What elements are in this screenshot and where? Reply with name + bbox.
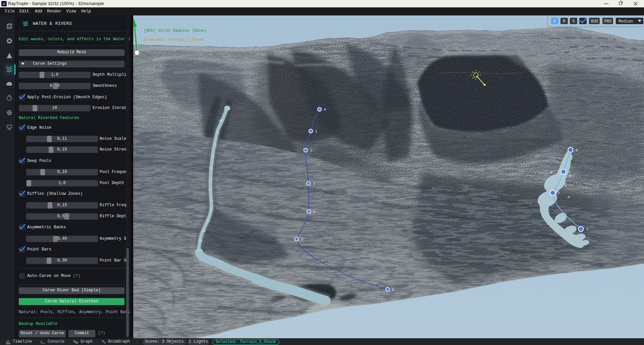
svg-text:2: 2	[310, 149, 312, 153]
svg-text:G: G	[554, 19, 556, 24]
svg-text:PRO: PRO	[604, 19, 612, 24]
svg-text:6: 6	[392, 288, 394, 292]
svg-text:[GPU] 32/32 Samples (Done): [GPU] 32/32 Samples (Done)	[144, 28, 206, 33]
svg-text:Selected: Terrain_1_Chunk: Selected: Terrain_1_Chunk	[144, 38, 204, 42]
svg-text:2: 2	[558, 191, 560, 195]
svg-text:1: 1	[315, 129, 317, 133]
svg-text:4: 4	[313, 210, 315, 214]
svg-text:0: 0	[576, 148, 578, 152]
svg-text:5: 5	[301, 237, 303, 241]
svg-text:S: S	[573, 19, 575, 24]
svg-text:1: 1	[568, 170, 571, 174]
svg-text:3: 3	[313, 182, 315, 186]
svg-text:3: 3	[586, 227, 588, 231]
svg-text:0: 0	[324, 108, 326, 112]
svg-text:Median: Median	[618, 19, 633, 24]
svg-text:R: R	[563, 19, 565, 24]
svg-text:HUD: HUD	[591, 19, 598, 24]
